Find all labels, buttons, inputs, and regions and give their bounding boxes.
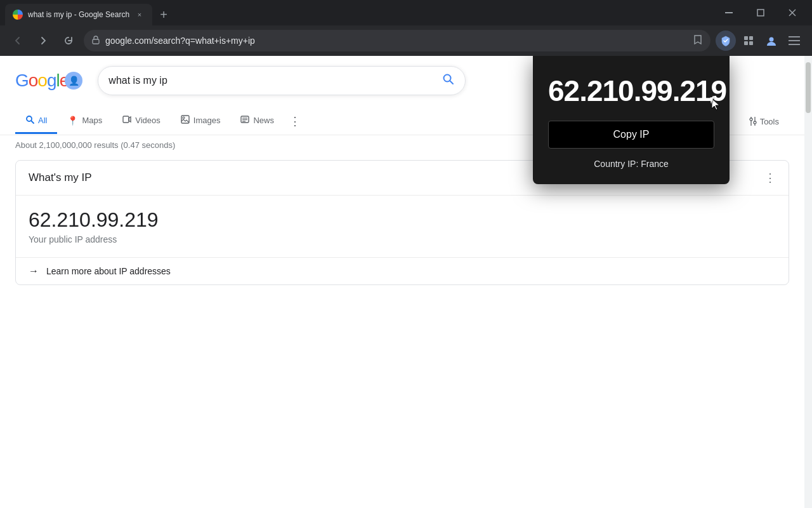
chrome-menu-icon[interactable]: [784, 30, 804, 51]
tab-videos[interactable]: Videos: [112, 109, 171, 134]
result-card-footer[interactable]: → Learn more about IP addresses: [16, 257, 789, 284]
tab-bar: what is my ip - Google Search × +: [0, 0, 812, 25]
videos-tab-icon: [122, 115, 131, 126]
tab-videos-label: Videos: [135, 116, 160, 125]
svg-rect-4: [93, 39, 99, 44]
search-input[interactable]: what is my ip: [108, 75, 437, 86]
maps-tab-icon: 📍: [67, 116, 78, 126]
logo-avatar: 👤: [65, 72, 82, 90]
ip-address-display: 62.210.99.219: [29, 208, 776, 232]
svg-rect-1: [757, 10, 764, 16]
more-tabs-icon[interactable]: ⋮: [284, 108, 306, 135]
svg-line-14: [450, 81, 453, 84]
tab-news[interactable]: News: [230, 109, 284, 134]
result-card-more-icon[interactable]: ⋮: [764, 171, 776, 185]
profile-icon[interactable]: [761, 30, 782, 51]
google-logo: Google 👤: [15, 70, 82, 91]
svg-rect-6: [749, 36, 753, 40]
images-tab-icon: [181, 115, 190, 126]
learn-more-text: Learn more about IP addresses: [46, 266, 171, 276]
tab-close-button[interactable]: ×: [134, 10, 145, 20]
toolbar: google.com/search?q=what+is+my+ip: [0, 25, 812, 56]
tab-images-label: Images: [193, 116, 221, 125]
all-tab-icon: [25, 115, 34, 126]
toolbar-right: [716, 30, 804, 51]
news-tab-icon: [240, 115, 249, 126]
window-controls: [714, 3, 812, 25]
scrollbar[interactable]: [804, 56, 812, 508]
maximize-button[interactable]: [746, 3, 775, 23]
svg-point-24: [750, 118, 752, 121]
reload-button[interactable]: [58, 30, 79, 51]
shield-extension-icon[interactable]: [716, 30, 736, 51]
scrollbar-thumb[interactable]: [806, 62, 811, 113]
forward-button[interactable]: [33, 30, 53, 51]
bookmark-icon[interactable]: [693, 34, 703, 47]
svg-rect-17: [123, 116, 129, 123]
tab-all-label: All: [38, 116, 47, 125]
address-text: google.com/search?q=what+is+my+ip: [105, 36, 688, 46]
svg-rect-7: [744, 41, 748, 45]
page-content: Google 👤 what is my ip All: [0, 56, 812, 508]
tab-maps[interactable]: 📍 Maps: [57, 109, 112, 134]
search-submit-icon[interactable]: [442, 73, 455, 89]
svg-point-27: [754, 121, 756, 124]
lock-icon: [91, 36, 100, 46]
popup-ip-address: 62.210.99.219: [548, 74, 714, 108]
arrow-right-icon: →: [29, 265, 39, 277]
results-count: About 2,100,000,000 results (0.47 second…: [15, 140, 175, 150]
svg-line-16: [31, 121, 34, 123]
ip-address-label: Your public IP address: [29, 234, 776, 244]
tab-all[interactable]: All: [15, 109, 57, 134]
minimize-button[interactable]: [714, 3, 743, 23]
close-button[interactable]: [778, 3, 807, 23]
svg-point-9: [769, 37, 774, 42]
svg-rect-18: [181, 116, 189, 123]
new-tab-button[interactable]: +: [155, 6, 173, 23]
tab-favicon: [13, 10, 23, 20]
svg-point-19: [183, 117, 185, 119]
back-button[interactable]: [8, 30, 28, 51]
tab-news-label: News: [253, 116, 274, 125]
search-bar-page[interactable]: what is my ip: [98, 66, 466, 95]
copy-ip-button[interactable]: Copy IP: [548, 121, 714, 149]
address-bar[interactable]: google.com/search?q=what+is+my+ip: [84, 30, 710, 51]
browser-frame: what is my ip - Google Search × +: [0, 0, 812, 508]
popup-country: Country IP: France: [548, 159, 714, 169]
active-tab[interactable]: what is my ip - Google Search ×: [5, 4, 152, 25]
tab-maps-label: Maps: [82, 116, 102, 125]
extensions-icon[interactable]: [738, 30, 759, 51]
result-card-title: What's my IP: [29, 171, 92, 184]
svg-rect-0: [725, 12, 733, 13]
tools-tab[interactable]: Tools: [738, 110, 789, 133]
svg-rect-8: [749, 41, 753, 45]
extension-popup: 62.210.99.219 Copy IP Country IP: France: [533, 56, 730, 184]
tab-title: what is my ip - Google Search: [28, 10, 129, 19]
google-logo-text: Google: [15, 70, 69, 91]
result-card-body: 62.210.99.219 Your public IP address: [16, 196, 789, 257]
tab-images[interactable]: Images: [171, 109, 231, 134]
svg-rect-5: [744, 36, 748, 40]
